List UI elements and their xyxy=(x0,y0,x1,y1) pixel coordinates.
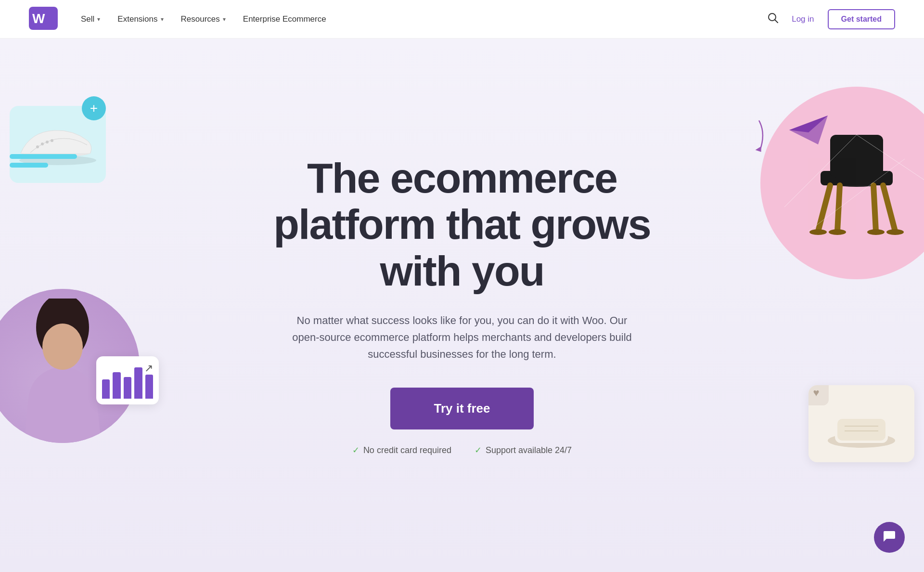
product-soap-card: ♥ xyxy=(808,385,914,462)
nav-resources-chevron: ▾ xyxy=(223,16,226,23)
badge-support: ✓ Support available 24/7 xyxy=(475,445,572,455)
product-card-lines xyxy=(10,154,77,171)
svg-line-24 xyxy=(857,135,924,183)
hero-section: + ↗ xyxy=(0,39,924,572)
svg-rect-30 xyxy=(837,419,886,441)
search-button[interactable] xyxy=(768,13,778,26)
nav-sell-chevron: ▾ xyxy=(97,16,100,23)
nav-extensions-label: Extensions xyxy=(117,14,157,24)
check-icon-1: ✓ xyxy=(352,445,359,455)
bar-4 xyxy=(134,367,142,399)
hero-title-line3: with you xyxy=(380,247,544,295)
hero-content: The ecommerce platform that grows with y… xyxy=(254,155,669,456)
bar-5 xyxy=(145,375,153,399)
svg-point-10 xyxy=(42,324,83,370)
svg-point-8 xyxy=(51,139,53,142)
nav-right: Log in Get started xyxy=(768,9,895,29)
left-decorations: + ↗ xyxy=(0,67,144,453)
get-started-button[interactable]: Get started xyxy=(828,9,895,29)
trend-arrow: ↗ xyxy=(144,362,153,375)
svg-point-7 xyxy=(46,141,49,143)
stats-chart-card: ↗ xyxy=(96,356,159,404)
nav-resources[interactable]: Resources ▾ xyxy=(181,14,226,24)
right-decorations: ♥ xyxy=(780,58,924,491)
navbar: W Sell ▾ Extensions ▾ Resources ▾ Enterp… xyxy=(0,0,924,39)
logo[interactable]: W xyxy=(29,7,58,32)
svg-text:W: W xyxy=(32,11,45,26)
nav-extensions[interactable]: Extensions ▾ xyxy=(117,14,163,24)
svg-line-3 xyxy=(775,20,778,23)
hero-title-line1: The ecommerce xyxy=(307,154,617,202)
pink-circle-decoration xyxy=(760,87,924,279)
hero-title-line2: platform that grows xyxy=(273,200,650,248)
nav-sell[interactable]: Sell ▾ xyxy=(81,14,100,24)
bar-2 xyxy=(113,372,120,399)
heart-icon: ♥ xyxy=(813,387,819,399)
bar-1 xyxy=(102,379,110,399)
nav-enterprise-label: Enterprise Ecommerce xyxy=(243,14,326,24)
badge-1-text: No credit card required xyxy=(363,445,451,455)
nav-sell-label: Sell xyxy=(81,14,94,24)
svg-line-23 xyxy=(784,135,857,207)
chat-button[interactable] xyxy=(874,522,905,553)
badge-2-text: Support available 24/7 xyxy=(486,445,572,455)
nav-resources-label: Resources xyxy=(181,14,220,24)
hero-subtitle: No matter what success looks like for yo… xyxy=(289,312,635,363)
plus-circle-icon: + xyxy=(82,96,106,120)
chat-icon xyxy=(883,529,896,546)
check-icon-2: ✓ xyxy=(475,445,482,455)
login-button[interactable]: Log in xyxy=(792,14,814,24)
bar-3 xyxy=(124,377,131,399)
card-line-2 xyxy=(10,163,48,168)
heart-badge: ♥ xyxy=(808,385,829,405)
nav-enterprise[interactable]: Enterprise Ecommerce xyxy=(243,14,326,24)
svg-point-6 xyxy=(41,143,44,145)
card-line-1 xyxy=(10,154,77,159)
svg-line-25 xyxy=(808,159,905,231)
hero-badges: ✓ No credit card required ✓ Support avai… xyxy=(273,445,650,455)
svg-point-5 xyxy=(36,145,39,148)
try-it-free-button[interactable]: Try it free xyxy=(390,388,533,429)
svg-point-2 xyxy=(769,13,776,21)
nav-extensions-chevron: ▾ xyxy=(161,16,164,23)
hero-title: The ecommerce platform that grows with y… xyxy=(273,155,650,295)
nav-links: Sell ▾ Extensions ▾ Resources ▾ Enterpri… xyxy=(81,14,768,24)
badge-no-credit-card: ✓ No credit card required xyxy=(352,445,451,455)
